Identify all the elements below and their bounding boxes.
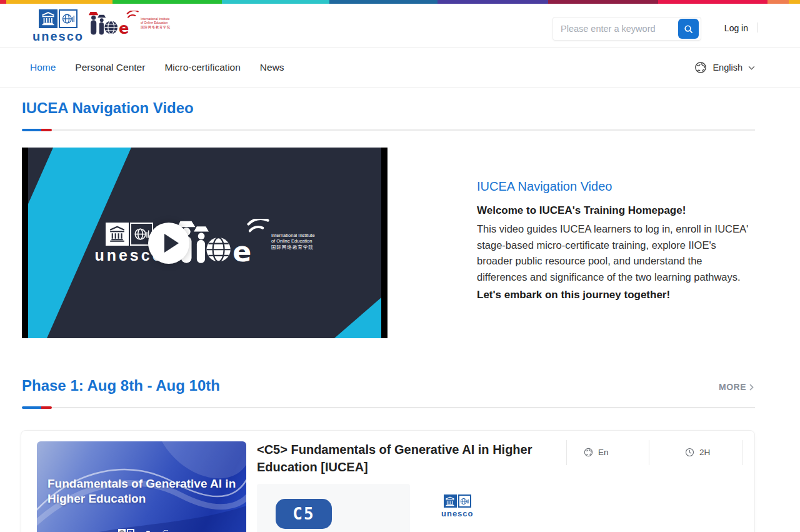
unesco-logo-tiny: unesco bbox=[115, 529, 136, 532]
iioe-caption-line2: of Online Education bbox=[271, 238, 315, 244]
language-switcher[interactable]: English bbox=[694, 48, 755, 88]
course-badge-panel: C5 bbox=[257, 484, 410, 532]
course-provider-logos: unesco International Institute of Online… bbox=[441, 494, 474, 518]
section-rule-accent bbox=[22, 406, 52, 409]
section-rule-accent bbox=[22, 129, 52, 131]
course-title[interactable]: <C5> Fundamentals of Generative AI in Hi… bbox=[257, 441, 554, 476]
video-frame: unesco International Institute of Online… bbox=[28, 148, 381, 338]
header: unesco International Institute of Online… bbox=[0, 4, 800, 48]
unesco-wordmark: unesco bbox=[441, 509, 474, 518]
more-link[interactable]: MORE bbox=[719, 382, 754, 392]
iioe-homepage: unesco International Institute of Online… bbox=[0, 0, 800, 532]
nav-item-home[interactable]: Home bbox=[30, 62, 56, 73]
chevron-down-icon bbox=[748, 66, 755, 70]
iioe-caption-line1: International Institute bbox=[271, 233, 315, 238]
nav-item-personal-center[interactable]: Personal Center bbox=[75, 62, 145, 73]
video-panel-title: IUCEA Navigation Video bbox=[477, 179, 752, 194]
login-link[interactable]: Log in bbox=[724, 23, 748, 33]
course-cover-image[interactable]: Fundamentals of Generative AI in Higher … bbox=[37, 441, 246, 532]
chevron-right-icon bbox=[749, 384, 754, 391]
course-duration: 2H bbox=[685, 448, 710, 457]
c5-badge: C5 bbox=[276, 499, 332, 529]
search-box bbox=[552, 17, 701, 41]
navigation-video-player[interactable]: unesco International Institute of Online… bbox=[22, 148, 388, 338]
cover-logos: unesco bbox=[115, 529, 168, 532]
language-label: English bbox=[712, 63, 742, 73]
play-button[interactable] bbox=[148, 223, 189, 264]
video-section-title: IUCEA Navigation Video bbox=[22, 99, 194, 117]
iioe-caption-zh: 国际网络教育学院 bbox=[271, 244, 315, 250]
unesco-logo-marks bbox=[39, 9, 78, 28]
iioe-caption: International Institute of Online Educat… bbox=[271, 233, 315, 250]
phase-section-title: Phase 1: Aug 8th - Aug 10th bbox=[22, 377, 220, 394]
unesco-temple-icon bbox=[39, 9, 58, 28]
meta-divider bbox=[566, 440, 567, 465]
iioe-caption-line2: of Online Education bbox=[141, 21, 171, 24]
more-label: MORE bbox=[719, 382, 746, 392]
unesco-globe-icon bbox=[458, 494, 471, 508]
globe-icon bbox=[584, 448, 593, 457]
globe-icon bbox=[694, 61, 707, 74]
video-description-text: This video guides IUCEA learners to log … bbox=[477, 221, 752, 285]
cover-title-text: Fundamentals of Generative AI in Higher … bbox=[48, 476, 236, 506]
nav-item-news[interactable]: News bbox=[260, 62, 284, 73]
unesco-wordmark: unesco bbox=[32, 30, 84, 43]
iioe-logo[interactable]: International Institute of Online Educat… bbox=[85, 11, 171, 37]
clock-icon bbox=[685, 448, 694, 457]
unesco-temple-icon bbox=[106, 223, 129, 246]
welcome-text: Welcome to IUCEA's Training Homepage! bbox=[477, 204, 752, 217]
section-rule bbox=[22, 407, 755, 408]
course-language-label: En bbox=[598, 448, 609, 457]
iioe-caption: International Institute of Online Educat… bbox=[141, 17, 171, 29]
search-button[interactable] bbox=[678, 19, 699, 39]
main-nav: Home Personal Center Micro-certification… bbox=[0, 48, 800, 88]
search-input[interactable] bbox=[553, 24, 678, 34]
header-divider bbox=[757, 23, 758, 33]
unesco-temple-icon bbox=[444, 494, 457, 508]
section-rule bbox=[22, 129, 755, 131]
iioe-logo-white: International Institute of Online Educat… bbox=[171, 219, 315, 267]
video-overlay-logos: unesco International Institute of Online… bbox=[28, 148, 381, 338]
nav-item-micro-certification[interactable]: Micro-certification bbox=[164, 62, 240, 73]
unesco-logo[interactable]: unesco bbox=[32, 9, 84, 43]
course-duration-label: 2H bbox=[699, 448, 710, 457]
closing-text: Let's embark on this journey together! bbox=[477, 289, 752, 301]
iioe-caption-zh: 国际网络教育学院 bbox=[141, 25, 171, 29]
iioe-mark-icon bbox=[85, 11, 139, 37]
video-description-panel: IUCEA Navigation Video Welcome to IUCEA'… bbox=[477, 179, 752, 301]
course-card[interactable]: Fundamentals of Generative AI in Higher … bbox=[21, 430, 755, 532]
unesco-logo-small: unesco bbox=[441, 494, 474, 518]
search-icon bbox=[684, 24, 693, 34]
meta-divider bbox=[742, 440, 743, 465]
unesco-globe-icon bbox=[59, 9, 78, 28]
meta-divider bbox=[649, 440, 649, 465]
course-language: En bbox=[584, 448, 609, 457]
